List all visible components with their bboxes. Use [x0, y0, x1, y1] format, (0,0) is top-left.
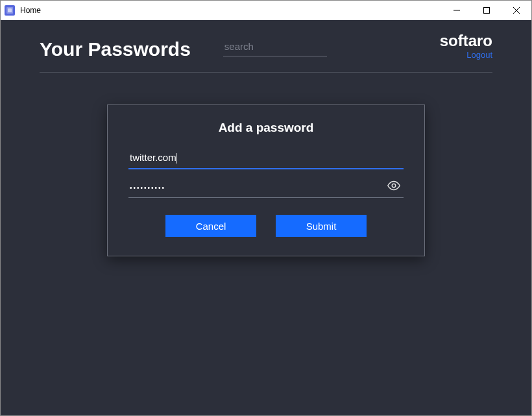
- search-wrap: [223, 38, 327, 60]
- password-input[interactable]: ••••••••••: [128, 178, 404, 198]
- page-title: Your Passwords: [40, 38, 191, 60]
- password-field-row: ••••••••••: [128, 178, 404, 198]
- password-mask: ••••••••••: [130, 184, 165, 191]
- svg-point-6: [392, 184, 396, 188]
- svg-rect-3: [484, 8, 490, 14]
- modal-button-row: Cancel Submit: [128, 215, 404, 237]
- add-password-modal: Add a password twitter.com ••••••••••: [107, 104, 425, 256]
- modal-title: Add a password: [128, 121, 404, 135]
- window-titlebar: Home: [1, 1, 531, 20]
- cancel-button[interactable]: Cancel: [165, 215, 256, 237]
- eye-icon: [387, 184, 401, 195]
- brand-block: softaro Logout: [440, 33, 492, 60]
- svg-rect-1: [8, 8, 12, 12]
- close-button[interactable]: [502, 1, 531, 20]
- text-cursor: [176, 153, 176, 164]
- site-input-value: twitter.com: [130, 152, 176, 163]
- search-input[interactable]: [223, 38, 327, 56]
- toggle-password-visibility-button[interactable]: [387, 178, 401, 195]
- site-input[interactable]: twitter.com: [128, 149, 404, 169]
- page-header: Your Passwords softaro Logout: [1, 20, 531, 60]
- window-controls: [442, 1, 531, 20]
- minimize-button[interactable]: [442, 1, 472, 20]
- app-body: Your Passwords softaro Logout Add a pass…: [1, 20, 531, 415]
- logout-link[interactable]: Logout: [466, 50, 492, 60]
- submit-button[interactable]: Submit: [276, 215, 367, 237]
- brand-name: softaro: [440, 33, 492, 49]
- app-window: Home Your Passwords softaro Logout: [0, 0, 532, 416]
- app-icon: [5, 5, 15, 16]
- site-field-row: twitter.com: [128, 149, 404, 169]
- window-title: Home: [20, 6, 442, 15]
- header-divider: [40, 72, 492, 73]
- maximize-button[interactable]: [472, 1, 502, 20]
